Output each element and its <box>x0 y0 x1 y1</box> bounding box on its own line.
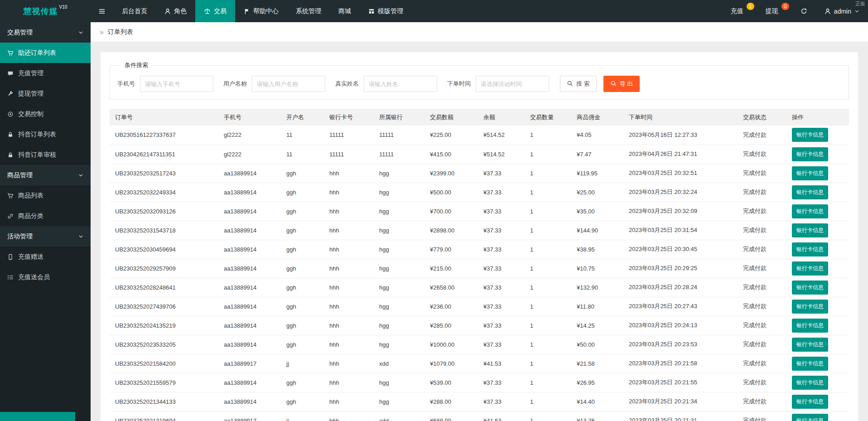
nav-item-templates[interactable]: 模版管理 <box>360 0 412 22</box>
bank-card-info-button[interactable]: 银行卡信息 <box>792 204 828 218</box>
search-button-label: 搜 索 <box>576 80 590 88</box>
table-cell: 完成付款 <box>738 240 786 259</box>
bank-card-info-button[interactable]: 银行卡信息 <box>792 242 828 256</box>
table-cell: 完成付款 <box>738 221 786 240</box>
nav-item-label: 角色 <box>174 7 187 15</box>
table-cell: aa13889914 <box>218 335 281 354</box>
sidebar-group-product-management[interactable]: 商品管理 <box>0 165 91 185</box>
sidebar-group-label: 交易管理 <box>7 29 33 37</box>
table-cell: ggh <box>281 392 324 411</box>
sidebar: 交易管理 助还订单列表 充值管理 提现管理 交易控制 抖音订单列表 抖音订单审核… <box>0 22 91 421</box>
orders-table-header-row: 订单号手机号开户名银行卡号所属银行交易数额余额交易数量商品佣金下单时间交易状态操… <box>110 109 849 126</box>
sidebar-group-label: 活动管理 <box>7 232 33 241</box>
sidebar-item-withdraw-management[interactable]: 提现管理 <box>0 83 91 104</box>
bank-card-info-button[interactable]: 银行卡信息 <box>792 395 828 409</box>
chevron-down-icon <box>854 9 859 14</box>
orders-card: 条件搜索 手机号 用户名称 真实姓名 下单时间 <box>101 52 858 421</box>
table-cell: 2023年03月25日 20:31:54 <box>623 221 738 240</box>
sidebar-item-douyin-order-review[interactable]: 抖音订单审核 <box>0 145 91 165</box>
recharge-button[interactable]: 充值 1 <box>722 0 757 22</box>
nav-item-label: 帮助中心 <box>253 7 279 15</box>
top-navbar: 慧视传媒 V10 后台首页 角色 交易 帮助中心 系统管理 商城 <box>0 0 868 22</box>
table-cell: ¥144.90 <box>571 221 623 240</box>
bank-card-info-button[interactable]: 银行卡信息 <box>792 281 828 295</box>
recharge-label: 充值 <box>731 7 743 15</box>
app-logo[interactable]: 慧视传媒 V10 <box>0 0 91 22</box>
column-header: 银行卡号 <box>324 109 374 126</box>
sidebar-bottom-strip <box>0 412 75 421</box>
table-cell: 2023年05月16日 12:27:33 <box>623 126 738 145</box>
template-icon <box>368 8 375 15</box>
table-cell: ¥37.33 <box>478 278 525 297</box>
table-cell: ¥236.00 <box>424 297 478 316</box>
table-cell: gl2222 <box>218 145 281 164</box>
phone-input[interactable] <box>140 76 213 92</box>
collapse-menu-button[interactable] <box>91 0 113 22</box>
table-cell: 2023年03月25日 20:23:53 <box>623 335 738 354</box>
table-cell: ¥37.33 <box>478 259 525 278</box>
bank-card-info-button[interactable]: 银行卡信息 <box>792 147 828 161</box>
bank-card-info-button[interactable]: 银行卡信息 <box>792 166 828 180</box>
export-button-label: 导 出 <box>620 80 633 88</box>
table-cell: hhh <box>324 297 374 316</box>
chevron-down-icon <box>78 173 83 178</box>
table-cell: ¥11.80 <box>571 297 623 316</box>
table-cell: ggh <box>281 373 324 392</box>
table-cell: hgg <box>374 164 424 183</box>
table-cell: hhh <box>324 240 374 259</box>
sidebar-item-recharge-membership[interactable]: 充值送会员 <box>0 267 91 287</box>
table-cell: UB2303252032093126 <box>110 202 218 221</box>
sidebar-item-recharge-management[interactable]: 充值管理 <box>0 63 91 83</box>
nav-item-mall[interactable]: 商城 <box>330 0 360 22</box>
sidebar-item-assist-order-list[interactable]: 助还订单列表 <box>0 43 91 63</box>
bank-card-info-button[interactable]: 银行卡信息 <box>792 185 828 199</box>
nav-item-roles[interactable]: 角色 <box>156 0 195 22</box>
table-cell: 2023年03月25日 20:32:09 <box>623 202 738 221</box>
search-button[interactable]: 搜 索 <box>560 76 597 92</box>
nav-item-help-center[interactable]: 帮助中心 <box>235 0 287 22</box>
sidebar-item-recharge-gift[interactable]: 充值赠送 <box>0 247 91 267</box>
table-cell: 2023年03月25日 20:21:58 <box>623 354 738 373</box>
export-button[interactable]: 导 出 <box>603 76 640 92</box>
table-cell: ¥41.53 <box>478 411 525 421</box>
bank-card-info-button[interactable]: 银行卡信息 <box>792 338 828 352</box>
nav-item-trade[interactable]: 交易 <box>195 0 235 22</box>
table-row: UB2303252024135219aa13889914gghhhhhgg¥28… <box>110 316 849 335</box>
table-row: UB2303252021344133aa13889914gghhhhhgg¥28… <box>110 392 849 411</box>
table-cell: hgg <box>374 183 424 202</box>
withdraw-label: 提现 <box>766 7 778 15</box>
table-cell: 完成付款 <box>738 297 786 316</box>
bank-card-info-button[interactable]: 银行卡信息 <box>792 376 828 390</box>
sidebar-group-activity-management[interactable]: 活动管理 <box>0 226 91 247</box>
table-cell: hgg <box>374 202 424 221</box>
table-cell: aa13889917 <box>218 411 281 421</box>
table-cell-action: 银行卡信息 <box>786 202 849 221</box>
table-cell: ¥37.33 <box>478 164 525 183</box>
table-row: UB2303252032249334aa13889914gghhhhhgg¥50… <box>110 183 849 202</box>
table-cell: 2023年03月25日 20:21:55 <box>623 373 738 392</box>
username-input[interactable] <box>252 76 325 92</box>
bank-card-info-button[interactable]: 银行卡信息 <box>792 357 828 371</box>
table-cell: hgg <box>374 221 424 240</box>
bank-card-info-button[interactable]: 银行卡信息 <box>792 223 828 237</box>
order-time-input[interactable] <box>476 76 549 92</box>
bank-card-info-button[interactable]: 银行卡信息 <box>792 414 828 421</box>
bank-card-info-button[interactable]: 银行卡信息 <box>792 261 828 276</box>
sidebar-item-product-list[interactable]: 商品列表 <box>0 185 91 206</box>
sidebar-item-douyin-order-list[interactable]: 抖音订单列表 <box>0 124 91 145</box>
refresh-button[interactable] <box>792 0 816 22</box>
bank-card-info-button[interactable]: 银行卡信息 <box>792 300 828 314</box>
realname-input[interactable] <box>364 76 437 92</box>
navbar-right-group: 充值 1 提现 0 admin <box>722 0 868 22</box>
wrench-icon <box>7 91 14 97</box>
table-cell: 1 <box>525 183 571 202</box>
withdraw-button[interactable]: 提现 0 <box>757 0 792 22</box>
nav-item-system[interactable]: 系统管理 <box>287 0 330 22</box>
table-cell: UB2303252021319694 <box>110 411 218 421</box>
bank-card-info-button[interactable]: 银行卡信息 <box>792 319 828 333</box>
sidebar-group-trade-management[interactable]: 交易管理 <box>0 22 91 43</box>
sidebar-item-product-category[interactable]: 商品分类 <box>0 206 91 226</box>
bank-card-info-button[interactable]: 银行卡信息 <box>792 128 828 142</box>
nav-item-home[interactable]: 后台首页 <box>113 0 156 22</box>
sidebar-item-trade-control[interactable]: 交易控制 <box>0 104 91 124</box>
